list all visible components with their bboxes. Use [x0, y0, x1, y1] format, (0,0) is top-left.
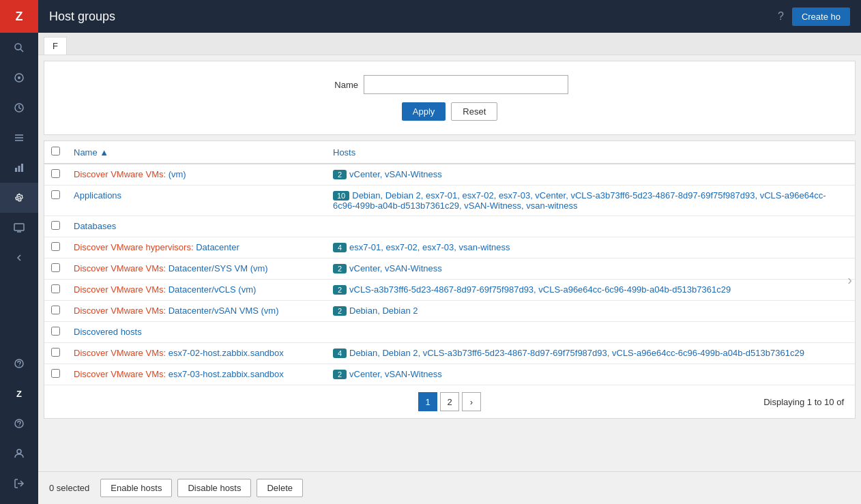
- svg-point-18: [17, 449, 21, 454]
- filter-tab[interactable]: F: [44, 37, 67, 55]
- table-row: Discovered hosts: [44, 322, 855, 343]
- sidebar-logo[interactable]: Z: [0, 0, 38, 33]
- filter-tab-bar: F: [38, 33, 861, 55]
- svg-point-0: [15, 44, 21, 50]
- row-hosts-cell: 10Debian, Debian 2, esx7-01, esx7-02, es…: [326, 186, 855, 216]
- row-checkbox[interactable]: [51, 221, 60, 230]
- table-section: Name ▲ Hosts Discover VMware VMs: (vm)2v…: [44, 140, 856, 419]
- delete-button[interactable]: Delete: [257, 479, 303, 497]
- sidebar-item-zabbix[interactable]: Z: [0, 379, 38, 409]
- row-name-cell: Discover VMware VMs: esx7-03-host.zabbix…: [67, 364, 326, 385]
- host-count-badge: 4: [333, 349, 347, 358]
- help-icon[interactable]: ?: [778, 10, 784, 23]
- host-count-badge: 2: [333, 170, 347, 179]
- row-name-link[interactable]: esx7-02-host.zabbix.sandbox: [169, 348, 284, 358]
- host-count-badge: 2: [333, 285, 347, 295]
- row-hosts-cell: 4Debian, Debian 2, vCLS-a3b73ff6-5d23-48…: [326, 343, 855, 364]
- hosts-text: esx7-01, esx7-02, esx7-03, vsan-witness: [349, 242, 510, 252]
- page-next-button[interactable]: ›: [462, 392, 481, 411]
- row-hosts-cell: [326, 322, 855, 343]
- name-column-header[interactable]: Name ▲: [67, 141, 326, 164]
- sidebar-item-support[interactable]: [0, 349, 38, 379]
- row-name-prefix: Discover VMware VMs:: [74, 306, 169, 316]
- apply-button[interactable]: Apply: [402, 102, 446, 121]
- filter-row: Name: [58, 75, 841, 94]
- host-count-badge: 2: [333, 264, 347, 273]
- row-name-prefix: Discover VMware hypervisors:: [74, 242, 196, 252]
- name-col-label: Name ▲: [74, 147, 108, 158]
- row-name-link[interactable]: Databases: [74, 221, 116, 231]
- row-name-link[interactable]: Discovered hosts: [74, 327, 142, 337]
- sidebar-item-logout[interactable]: [0, 469, 38, 499]
- row-name-prefix: Discover VMware VMs:: [74, 348, 169, 358]
- create-host-group-button[interactable]: Create ho: [792, 8, 850, 26]
- filter-section: Name Apply Reset: [44, 61, 856, 135]
- sidebar-item-monitoring[interactable]: [0, 63, 38, 93]
- page-title: Host groups: [49, 10, 778, 24]
- row-name-cell: Discovered hosts: [67, 322, 326, 343]
- hosts-text: Debian, Debian 2, vCLS-a3b73ff6-5d23-486…: [349, 348, 804, 358]
- row-name-link[interactable]: Datacenter: [196, 242, 239, 252]
- reset-button[interactable]: Reset: [451, 102, 497, 121]
- page-1-button[interactable]: 1: [418, 392, 437, 411]
- hosts-text: vCenter, vSAN-Witness: [349, 169, 442, 179]
- host-count-badge: 2: [333, 306, 347, 316]
- row-name-link[interactable]: Datacenter/vSAN VMS (vm): [169, 306, 279, 316]
- row-checkbox[interactable]: [51, 263, 60, 272]
- row-name-cell: Discover VMware hypervisors: Datacenter: [67, 237, 326, 258]
- table-row: Discover VMware VMs: Datacenter/vSAN VMS…: [44, 301, 855, 322]
- disable-hosts-button[interactable]: Disable hosts: [177, 479, 251, 497]
- row-checkbox[interactable]: [51, 348, 60, 357]
- enable-hosts-button[interactable]: Enable hosts: [100, 479, 172, 497]
- row-checkbox[interactable]: [51, 190, 60, 199]
- sidebar-item-search[interactable]: [0, 33, 38, 63]
- scroll-right-icon[interactable]: ›: [847, 272, 852, 288]
- hosts-text: vCenter, vSAN-Witness: [349, 263, 442, 273]
- row-name-link[interactable]: Datacenter/vCLS (vm): [169, 284, 257, 295]
- table-row: Discover VMware VMs: Datacenter/vCLS (vm…: [44, 280, 855, 301]
- hosts-text: Debian, Debian 2, esx7-01, esx7-02, esx7…: [333, 190, 826, 211]
- hosts-text: Debian, Debian 2: [349, 306, 418, 316]
- row-checkbox[interactable]: [51, 369, 60, 378]
- page-2-button[interactable]: 2: [440, 392, 459, 411]
- sidebar-item-recent[interactable]: [0, 93, 38, 123]
- sidebar: Z Z: [0, 0, 38, 504]
- row-name-link[interactable]: (vm): [169, 169, 186, 179]
- table-row: Databases: [44, 216, 855, 237]
- host-count-badge: 4: [333, 243, 347, 252]
- sidebar-item-charts[interactable]: [0, 153, 38, 183]
- row-checkbox[interactable]: [51, 327, 60, 336]
- sidebar-item-config[interactable]: [0, 183, 38, 213]
- svg-rect-12: [14, 224, 24, 231]
- main-content: Host groups ? Create ho F Name Apply Res…: [38, 0, 861, 504]
- sidebar-item-user[interactable]: [0, 439, 38, 469]
- host-groups-table: Name ▲ Hosts Discover VMware VMs: (vm)2v…: [44, 141, 855, 385]
- sidebar-item-help[interactable]: [0, 409, 38, 439]
- name-input[interactable]: [364, 75, 568, 94]
- sidebar-item-admin[interactable]: [0, 213, 38, 243]
- sidebar-item-collapse[interactable]: [0, 243, 38, 273]
- hosts-column-header: Hosts: [326, 141, 855, 164]
- row-hosts-cell: 2vCenter, vSAN-Witness: [326, 364, 855, 385]
- row-name-prefix: Discover VMware VMs:: [74, 263, 169, 273]
- row-checkbox[interactable]: [51, 242, 60, 251]
- row-checkbox[interactable]: [51, 284, 60, 293]
- topbar: Host groups ? Create ho: [38, 0, 861, 33]
- table-row: Discover VMware VMs: esx7-03-host.zabbix…: [44, 364, 855, 385]
- select-all-checkbox[interactable]: [51, 147, 60, 155]
- svg-point-15: [18, 366, 19, 366]
- row-name-link[interactable]: esx7-03-host.zabbix.sandbox: [169, 369, 284, 379]
- host-count-badge: 10: [333, 191, 349, 201]
- row-checkbox[interactable]: [51, 169, 60, 178]
- row-name-cell: Discover VMware VMs: Datacenter/vSAN VMS…: [67, 301, 326, 322]
- sidebar-item-list[interactable]: [0, 123, 38, 153]
- row-hosts-cell: 2vCenter, vSAN-Witness: [326, 164, 855, 186]
- row-name-cell: Discover VMware VMs: Datacenter/vCLS (vm…: [67, 280, 326, 301]
- content-area: F Name Apply Reset: [38, 33, 861, 471]
- row-name-link[interactable]: Applications: [74, 190, 121, 201]
- row-hosts-cell: 2vCenter, vSAN-Witness: [326, 258, 855, 280]
- row-checkbox[interactable]: [51, 306, 60, 314]
- row-name-link[interactable]: Datacenter/SYS VM (vm): [169, 263, 268, 273]
- table-row: Applications10Debian, Debian 2, esx7-01,…: [44, 186, 855, 216]
- table-body: Discover VMware VMs: (vm)2vCenter, vSAN-…: [44, 164, 855, 385]
